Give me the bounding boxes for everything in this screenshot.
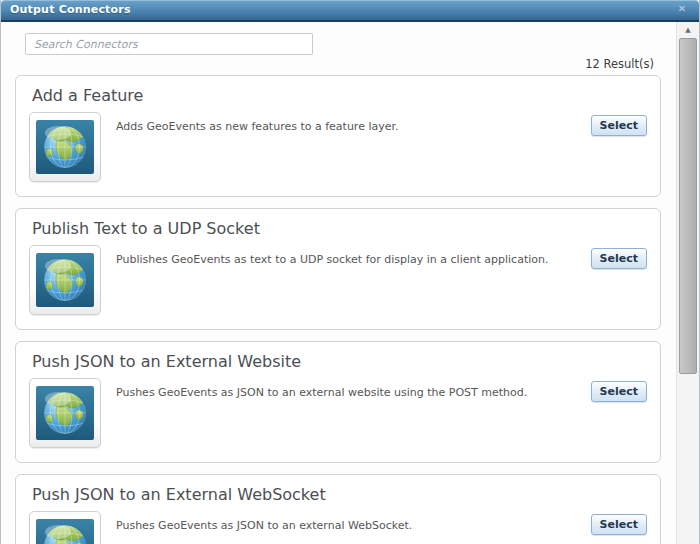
select-button[interactable]: Select	[591, 115, 647, 136]
connector-thumbnail	[29, 112, 101, 182]
scrollbar-thumb[interactable]	[679, 38, 697, 374]
dialog-titlebar: Output Connectors ✕	[1, 0, 699, 22]
connector-title: Push JSON to an External Website	[32, 352, 647, 371]
results-count: 12 Result(s)	[2, 57, 654, 72]
select-button[interactable]: Select	[591, 514, 647, 535]
select-button[interactable]: Select	[591, 248, 647, 269]
connector-thumbnail	[29, 511, 101, 544]
connector-title: Push JSON to an External WebSocket	[32, 485, 647, 504]
globe-icon	[36, 386, 94, 440]
dialog-title: Output Connectors	[10, 3, 131, 16]
connector-title: Add a Feature	[32, 86, 647, 105]
connector-thumbnail	[29, 245, 101, 315]
connector-description: Pushes GeoEvents as JSON to an external …	[116, 518, 577, 534]
select-button[interactable]: Select	[591, 381, 647, 402]
globe-icon	[36, 519, 94, 544]
scroll-up-icon[interactable]: ▲	[677, 22, 699, 37]
connector-description: Publishes GeoEvents as text to a UDP soc…	[116, 252, 577, 268]
globe-icon	[36, 120, 94, 174]
connector-title: Publish Text to a UDP Socket	[32, 219, 647, 238]
connector-description: Pushes GeoEvents as JSON to an external …	[116, 385, 577, 401]
globe-icon	[36, 253, 94, 307]
close-icon[interactable]: ✕	[676, 3, 688, 15]
search-input[interactable]	[25, 33, 313, 55]
connector-card-push-json-websocket: Push JSON to an External WebSocket	[15, 474, 661, 544]
connector-card-publish-text-udp: Publish Text to a UDP Socket	[15, 208, 661, 330]
output-connectors-dialog: Output Connectors ✕ 12 Result(s) Add a F…	[0, 0, 700, 544]
connector-thumbnail	[29, 378, 101, 448]
connector-description: Adds GeoEvents as new features to a feat…	[116, 119, 577, 135]
connector-card-add-a-feature: Add a Feature	[15, 75, 661, 197]
dialog-content: 12 Result(s) Add a Feature	[2, 22, 676, 544]
scrollbar[interactable]: ▲	[676, 22, 699, 544]
connector-card-push-json-website: Push JSON to an External Website	[15, 341, 661, 463]
